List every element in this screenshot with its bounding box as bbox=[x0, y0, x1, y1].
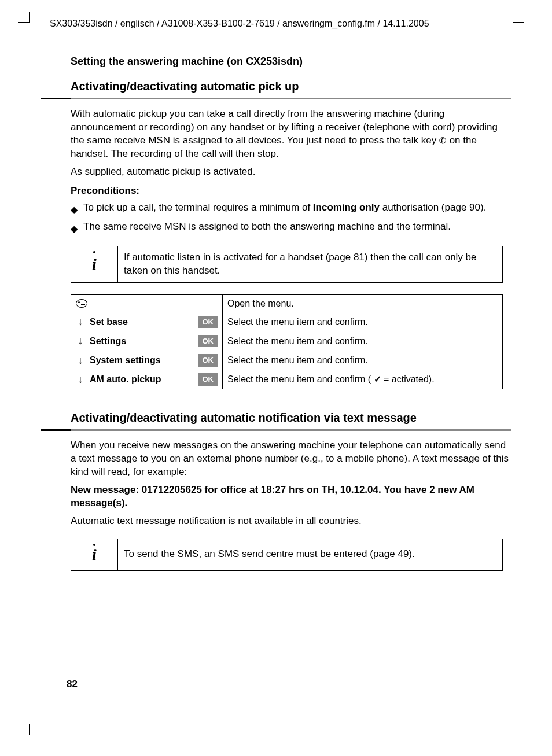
menu-row-4-desc: Select the menu item and confirm ( ✓ = a… bbox=[223, 370, 503, 389]
page-number: 82 bbox=[67, 678, 78, 691]
arrow-down-icon: ↓ bbox=[76, 334, 85, 348]
menu-row-4-label: AM auto. pickup bbox=[90, 373, 194, 386]
ok-badge: OK bbox=[198, 316, 218, 329]
info-text-1: If automatic listen in is activated for … bbox=[118, 246, 503, 282]
info-icon: i bbox=[71, 246, 118, 282]
section1-para2: As supplied, automatic pickup is activat… bbox=[71, 165, 511, 179]
info-box-1: i If automatic listen in is activated fo… bbox=[71, 246, 503, 283]
info-box-2: i To send the SMS, an SMS send centre mu… bbox=[71, 539, 503, 571]
menu-row-1-desc: Select the menu item and confirm. bbox=[223, 312, 503, 331]
section2-para3: Automatic text message notification is n… bbox=[71, 515, 511, 528]
ok-badge: OK bbox=[198, 335, 218, 348]
ok-badge: OK bbox=[198, 354, 218, 367]
bullet1-before: To pick up a call, the terminal requires… bbox=[83, 202, 313, 213]
section1-heading: Activating/deactivating automatic pick u… bbox=[71, 79, 511, 94]
arrow-down-icon: ↓ bbox=[76, 353, 85, 367]
menu-row-0: Open the menu. bbox=[71, 294, 503, 312]
section2-rule bbox=[71, 429, 511, 431]
section2-para2: New message: 01712205625 for office at 1… bbox=[71, 484, 511, 510]
menu-row-2-desc: Select the menu item and confirm. bbox=[223, 331, 503, 351]
menu-row-4: ↓ AM auto. pickup OK Select the menu ite… bbox=[71, 370, 503, 389]
menu-row-2-label: Settings bbox=[90, 335, 194, 348]
menu-row-3-desc: Select the menu item and confirm. bbox=[223, 351, 503, 370]
section2-para1: When you receive new messages on the ans… bbox=[71, 439, 511, 479]
menu-row-1-label: Set base bbox=[90, 316, 194, 329]
bullet1-bold: Incoming only bbox=[313, 202, 380, 213]
diamond-bullet-icon: ◆ bbox=[71, 204, 83, 216]
preconditions-title: Preconditions: bbox=[71, 185, 511, 198]
check-icon: ✓ bbox=[374, 374, 381, 384]
bullet2-text: The same receive MSN is assigned to both… bbox=[83, 221, 451, 232]
bullet-2: ◆ The same receive MSN is assigned to bo… bbox=[71, 220, 511, 235]
info-text-2: To send the SMS, an SMS send centre must… bbox=[118, 539, 503, 570]
menu-row-3: ↓ System settings OK Select the menu ite… bbox=[71, 351, 503, 370]
section1-para1a: With automatic pickup you can take a cal… bbox=[71, 108, 498, 146]
menu-row-2: ↓ Settings OK Select the menu item and c… bbox=[71, 331, 503, 351]
section1-rule bbox=[71, 98, 511, 99]
arrow-down-icon: ↓ bbox=[76, 373, 85, 386]
section1-para1: With automatic pickup you can take a cal… bbox=[71, 108, 511, 161]
ok-badge: OK bbox=[198, 373, 218, 386]
menu-row-0-desc: Open the menu. bbox=[223, 294, 503, 312]
doc-header: SX303/353isdn / englisch / A31008-X353-B… bbox=[50, 17, 511, 30]
section2-heading: Activating/deactivating automatic notifi… bbox=[71, 410, 511, 426]
menu-row-3-label: System settings bbox=[90, 354, 194, 367]
menu-table: Open the menu. ↓ Set base OK Select the … bbox=[71, 294, 503, 390]
info-icon: i bbox=[71, 539, 118, 570]
menu-row-1: ↓ Set base OK Select the menu item and c… bbox=[71, 312, 503, 331]
page-title: Setting the answering machine (on CX253i… bbox=[71, 54, 511, 68]
bullet1-after: authorisation (page 90). bbox=[380, 202, 486, 213]
bullet-1: ◆ To pick up a call, the terminal requir… bbox=[71, 201, 511, 216]
diamond-bullet-icon: ◆ bbox=[71, 223, 83, 235]
arrow-down-icon: ↓ bbox=[76, 315, 85, 329]
open-menu-icon bbox=[76, 299, 87, 308]
